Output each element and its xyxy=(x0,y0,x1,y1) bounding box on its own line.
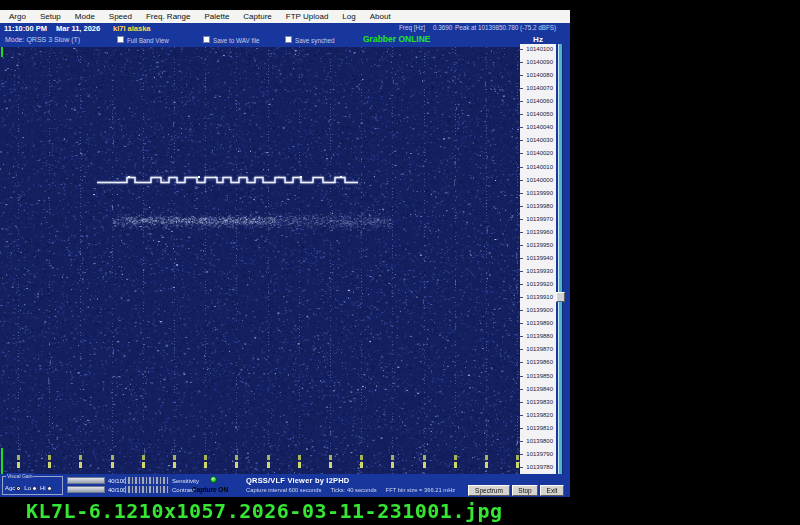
frequency-scale-label: 10139980 xyxy=(520,203,553,210)
bottom-panel: Visual Gain AgcLoHi 40/100 Sensitivity 4… xyxy=(0,474,570,497)
exit-button[interactable]: Exit xyxy=(540,485,564,496)
frequency-scale-label: 10139810 xyxy=(520,425,553,432)
frequency-scale-label: 10139780 xyxy=(520,464,553,471)
frequency-scale-label: 10139890 xyxy=(520,320,553,327)
frequency-scale-label: 10139830 xyxy=(520,399,553,406)
checkbox-box-icon[interactable] xyxy=(203,36,210,43)
stop-button[interactable]: Stop xyxy=(512,485,538,496)
menu-item-about[interactable]: About xyxy=(363,12,398,21)
sensitivity-slider-track[interactable] xyxy=(125,477,169,484)
scrollbar-thumb[interactable] xyxy=(556,292,565,302)
frequency-scale-label: 10139930 xyxy=(520,268,553,275)
menu-item-ftp-upload[interactable]: FTP Upload xyxy=(279,12,336,21)
fft-bin-text: FFT bin size = 366.21 mHz xyxy=(386,487,456,493)
frequency-scale-label: 10140080 xyxy=(520,72,553,79)
frequency-scrollbar[interactable] xyxy=(556,44,566,481)
menu-item-speed[interactable]: Speed xyxy=(102,12,139,21)
title-bar: 11:10:00 PM Mar 11, 2026 kl7l alaska Fre… xyxy=(0,23,570,33)
menu-item-argo[interactable]: Argo xyxy=(2,12,33,21)
sensitivity-value: 40/100 xyxy=(108,478,126,484)
frequency-scale-label: 10140040 xyxy=(520,124,553,131)
frequency-scale-label: 10139880 xyxy=(520,333,553,340)
frequency-scale-label: 10140100 xyxy=(520,46,553,53)
frequency-scale-label: 10139820 xyxy=(520,412,553,419)
capture-status: Capture ON xyxy=(192,486,228,493)
checkbox-box-icon[interactable] xyxy=(117,36,124,43)
contrast-slider-track[interactable] xyxy=(125,486,169,493)
frequency-scale-label: 10139950 xyxy=(520,242,553,249)
frequency-scale-label: 10139850 xyxy=(520,373,553,380)
frequency-scale-label: 10139840 xyxy=(520,386,553,393)
contrast-value: 40/100 xyxy=(108,487,126,493)
mode-row: Mode: QRSS 3 Slow (T) Grabber ONLINE Ful… xyxy=(0,33,570,47)
grabber-status: Grabber ONLINE xyxy=(363,34,431,44)
checkbox-label: Full Band View xyxy=(127,37,169,44)
frequency-scale-label: 10140000 xyxy=(520,177,553,184)
sensitivity-slider-fill[interactable] xyxy=(67,477,105,484)
sensitivity-slider-row: 40/100 Sensitivity xyxy=(0,477,240,485)
menu-item-capture[interactable]: Capture xyxy=(236,12,278,21)
frequency-scale-label: 10140090 xyxy=(520,59,553,66)
app-title: QRSS/VLF Viewer by I2PHD xyxy=(246,476,349,485)
frequency-scale-label: 10139900 xyxy=(520,307,553,314)
freq-readout-value: 0.3690 xyxy=(433,24,452,31)
peak-readout: Peak at 10139850.780 (-75.2 dBFS) xyxy=(455,24,556,31)
ticks-text: Ticks: 40 seconds xyxy=(330,487,376,493)
frequency-scale-label: 10140030 xyxy=(520,137,553,144)
frequency-scale-label: 10139910 xyxy=(520,294,553,301)
status-line: Capture interval 600 secondsTicks: 40 se… xyxy=(246,487,464,493)
frequency-scale-label: 10140060 xyxy=(520,98,553,105)
menu-bar: ArgoSetupModeSpeedFreq. RangePaletteCapt… xyxy=(0,10,570,23)
freq-readout-label: Freq [Hz] xyxy=(399,24,425,31)
frequency-scale-label: 10139870 xyxy=(520,346,553,353)
frequency-scale-label: 10140050 xyxy=(520,111,553,118)
menu-item-setup[interactable]: Setup xyxy=(33,12,68,21)
menu-item-freq-range[interactable]: Freq. Range xyxy=(139,12,197,21)
frequency-scale-label: 10139960 xyxy=(520,229,553,236)
frequency-scale-label: 10139860 xyxy=(520,359,553,366)
capture-led-icon xyxy=(210,476,217,483)
frequency-scale-label: 10140020 xyxy=(520,150,553,157)
checkbox-label: Save to WAV file xyxy=(213,37,260,44)
station-callsign: kl7l alaska xyxy=(113,24,151,33)
capture-interval-text: Capture interval 600 seconds xyxy=(246,487,321,493)
menu-item-log[interactable]: Log xyxy=(335,12,362,21)
frequency-scale-label: 10139940 xyxy=(520,255,553,262)
contrast-slider-fill[interactable] xyxy=(67,486,105,493)
checkbox-box-icon[interactable] xyxy=(285,36,292,43)
spectrogram-canvas[interactable] xyxy=(0,47,520,474)
frequency-scale-label: 10139800 xyxy=(520,438,553,445)
mode-label: Mode: QRSS 3 Slow (T) xyxy=(5,36,80,43)
frequency-scale-label: 10140010 xyxy=(520,164,553,171)
frequency-scale: 1014010010140090101400801014007010140060… xyxy=(520,44,556,481)
menu-item-palette[interactable]: Palette xyxy=(197,12,236,21)
sensitivity-label: Sensitivity xyxy=(172,478,199,484)
date: Mar 11, 2026 xyxy=(56,24,100,33)
frequency-scale-label: 10139920 xyxy=(520,281,553,288)
checkbox-label: Save synched xyxy=(295,37,335,44)
screen: ArgoSetupModeSpeedFreq. RangePaletteCapt… xyxy=(0,0,800,525)
filename-caption: KL7L-6.1210x1057.2026-03-11-231001.jpg xyxy=(26,499,503,523)
argo-window: ArgoSetupModeSpeedFreq. RangePaletteCapt… xyxy=(0,10,570,497)
frequency-scale-label: 10139970 xyxy=(520,216,553,223)
frequency-scale-label: 10139990 xyxy=(520,190,553,197)
frequency-scale-label: 10139790 xyxy=(520,451,553,458)
frequency-scale-label: 10140070 xyxy=(520,85,553,92)
clock: 11:10:00 PM xyxy=(4,24,47,33)
spectrum-button[interactable]: Spectrum xyxy=(468,485,510,496)
menu-item-mode[interactable]: Mode xyxy=(68,12,102,21)
